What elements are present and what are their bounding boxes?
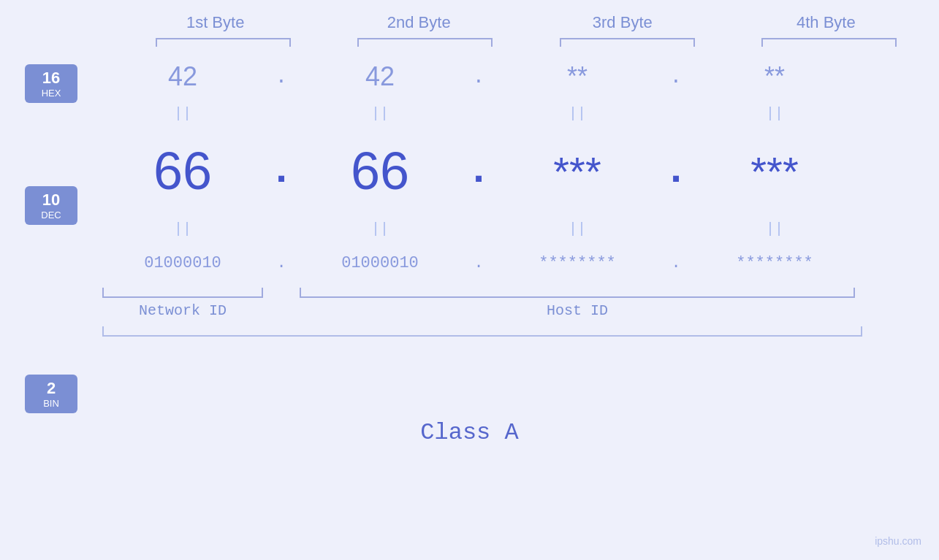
bin-byte3: ******** <box>497 254 658 272</box>
eq2-b4: || <box>694 220 855 237</box>
class-label-row: Class A <box>0 419 939 446</box>
hex-byte1: 42 <box>102 61 263 92</box>
data-grid: 42 . 42 . ** . ** <box>102 54 939 413</box>
hex-byte2: 42 <box>300 61 460 92</box>
network-id-bracket <box>102 288 263 298</box>
byte-4-header: 4th Byte <box>745 13 906 32</box>
eq1-b1: || <box>102 105 263 122</box>
equals-row-2: || || || || <box>102 215 939 242</box>
class-label: Class A <box>420 419 518 446</box>
bin-byte4: ******** <box>694 254 855 272</box>
left-badges: 16 HEX 10 DEC 2 BIN <box>0 54 102 413</box>
bin-dot1: . <box>263 254 300 272</box>
eq1-b4: || <box>694 105 855 122</box>
dec-byte2: 66 <box>300 141 460 201</box>
dec-dot3: . <box>658 147 694 194</box>
dec-byte4: *** <box>694 147 855 195</box>
network-id-label: Network ID <box>102 302 263 319</box>
outer-bracket <box>102 326 862 337</box>
hex-dot2: . <box>460 66 497 88</box>
bracket-byte4 <box>761 38 897 47</box>
dec-byte1: 66 <box>102 141 263 201</box>
bin-byte2: 01000010 <box>300 254 460 272</box>
inner-brackets-row <box>102 288 939 298</box>
eq1-b3: || <box>497 105 658 122</box>
watermark: ipshu.com <box>875 535 921 547</box>
dec-row: 66 . 66 . *** . *** <box>102 127 939 215</box>
eq2-b1: || <box>102 220 263 237</box>
dec-byte3: *** <box>497 147 658 195</box>
host-id-bracket <box>300 288 855 298</box>
byte-3-header: 3rd Byte <box>542 13 703 32</box>
bin-dot2: . <box>460 254 497 272</box>
eq2-b3: || <box>497 220 658 237</box>
eq1-b2: || <box>300 105 460 122</box>
bin-row: 01000010 . 01000010 . ******** . <box>102 242 939 283</box>
hex-byte3: ** <box>497 61 658 92</box>
dec-dot1: . <box>263 147 300 194</box>
main-container: 1st Byte 2nd Byte 3rd Byte 4th Byte 16 H… <box>0 0 939 560</box>
bin-byte1: 01000010 <box>102 254 263 272</box>
hex-dot3: . <box>658 66 694 88</box>
bin-dot3: . <box>658 254 694 272</box>
hex-dot1: . <box>263 66 300 88</box>
bracket-byte1 <box>156 38 291 47</box>
byte-2-header: 2nd Byte <box>338 13 499 32</box>
host-id-label: Host ID <box>300 302 855 319</box>
bin-badge: 2 BIN <box>25 375 77 413</box>
dec-badge: 10 DEC <box>25 186 77 225</box>
bracket-byte3 <box>560 38 695 47</box>
top-brackets <box>134 38 908 47</box>
id-labels-row: Network ID Host ID <box>102 302 939 319</box>
hex-row: 42 . 42 . ** . ** <box>102 54 939 99</box>
byte-1-header: 1st Byte <box>135 13 296 32</box>
bracket-byte2 <box>357 38 493 47</box>
eq2-b2: || <box>300 220 460 237</box>
byte-headers: 1st Byte 2nd Byte 3rd Byte 4th Byte <box>134 13 908 32</box>
equals-row-1: || || || || <box>102 99 939 127</box>
full-layout: 16 HEX 10 DEC 2 BIN 42 . <box>0 54 939 413</box>
dec-dot2: . <box>460 147 497 194</box>
hex-badge: 16 HEX <box>25 64 77 103</box>
hex-byte4: ** <box>694 61 855 92</box>
